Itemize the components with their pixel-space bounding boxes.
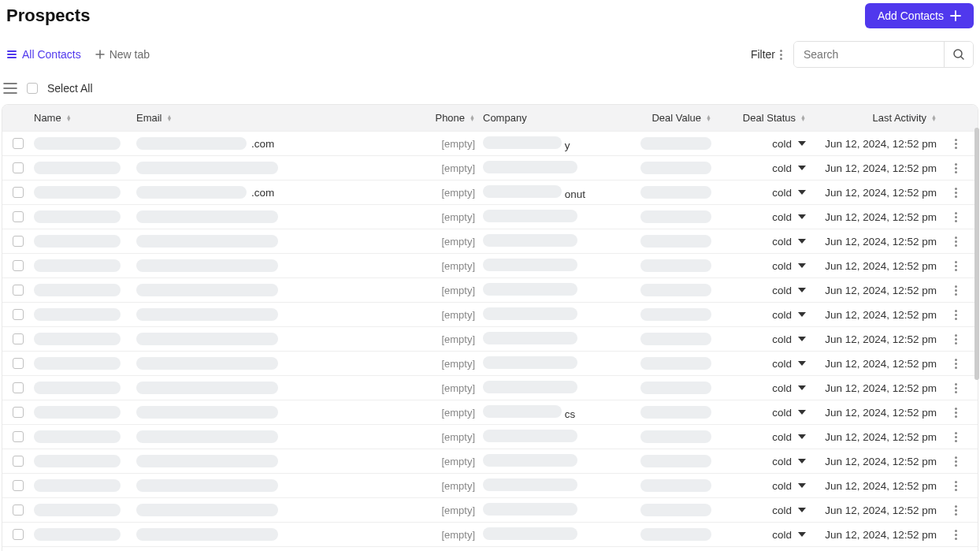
row-actions-button[interactable] (955, 481, 957, 491)
select-all-checkbox[interactable] (27, 83, 38, 94)
table-row[interactable]: [empty] cold Jun 12, 2024, 12:52 pm (2, 449, 978, 473)
row-actions-button[interactable] (955, 334, 957, 344)
caret-down-icon[interactable] (798, 337, 806, 341)
caret-down-icon[interactable] (798, 288, 806, 292)
caret-down-icon[interactable] (798, 434, 806, 439)
redacted-name (34, 382, 121, 394)
row-actions-button[interactable] (955, 359, 957, 369)
redacted-company (483, 503, 577, 516)
row-actions-button[interactable] (955, 212, 957, 222)
row-checkbox[interactable] (13, 358, 24, 369)
col-email-header[interactable]: Email ▲▼ (136, 112, 404, 124)
row-checkbox[interactable] (13, 431, 24, 442)
phone-empty: [empty] (441, 382, 475, 394)
deal-status-value: cold (772, 358, 792, 370)
tab-new[interactable]: New tab (95, 48, 150, 61)
last-activity-value: Jun 12, 2024, 12:52 pm (825, 236, 937, 248)
row-checkbox[interactable] (13, 504, 24, 516)
table-row[interactable]: [empty] cold Jun 12, 2024, 12:52 pm (2, 204, 978, 229)
row-checkbox[interactable] (13, 260, 24, 271)
row-actions-button[interactable] (955, 408, 957, 418)
hamburger-icon[interactable] (3, 83, 17, 94)
row-checkbox[interactable] (13, 333, 24, 344)
redacted-name (34, 406, 121, 419)
col-lastactivity-header[interactable]: Last Activity ▲▼ (806, 112, 940, 124)
add-contacts-button[interactable]: Add Contacts (865, 3, 974, 28)
row-checkbox[interactable] (13, 236, 24, 247)
deal-status-value: cold (772, 309, 792, 321)
row-checkbox[interactable] (13, 456, 24, 467)
last-activity-value: Jun 12, 2024, 12:52 pm (825, 211, 937, 223)
search-input[interactable] (794, 42, 944, 67)
redacted-email (136, 210, 278, 223)
row-actions-button[interactable] (955, 285, 957, 296)
redacted-dealvalue (640, 235, 711, 248)
table-row[interactable]: [empty] cold Jun 12, 2024, 12:52 pm (2, 375, 978, 400)
table-row[interactable]: .com [empty] y cold Jun 12, 2024, 12:52 … (2, 131, 978, 155)
col-company-header[interactable]: Company (475, 112, 625, 124)
row-actions-button[interactable] (955, 188, 957, 198)
row-checkbox[interactable] (13, 480, 24, 491)
caret-down-icon[interactable] (798, 214, 806, 219)
row-checkbox[interactable] (13, 187, 24, 198)
col-dealvalue-header[interactable]: Deal Value ▲▼ (625, 112, 711, 124)
table-row[interactable]: [empty] cold Jun 12, 2024, 12:52 pm (2, 351, 978, 375)
row-actions-button[interactable] (955, 261, 957, 271)
redacted-name (34, 162, 121, 174)
row-checkbox[interactable] (13, 407, 24, 418)
col-company-label: Company (483, 112, 527, 124)
table-row[interactable]: [empty] cold Jun 12, 2024, 12:52 pm (2, 424, 978, 449)
row-checkbox[interactable] (13, 529, 24, 540)
table-row[interactable]: [empty] cold Jun 12, 2024, 12:52 pm (2, 326, 978, 351)
caret-down-icon[interactable] (798, 483, 806, 488)
table-row[interactable]: [empty] cold Jun 12, 2024, 12:52 pm (2, 522, 978, 546)
col-name-header[interactable]: Name ▲▼ (34, 112, 136, 124)
row-checkbox[interactable] (13, 285, 24, 296)
caret-down-icon[interactable] (798, 312, 806, 317)
row-actions-button[interactable] (955, 383, 957, 393)
table-row[interactable]: [empty] cold Jun 12, 2024, 12:52 pm (2, 277, 978, 302)
row-checkbox[interactable] (13, 309, 24, 320)
row-actions-button[interactable] (955, 432, 957, 442)
row-checkbox[interactable] (13, 162, 24, 173)
caret-down-icon[interactable] (798, 385, 806, 390)
table-row[interactable]: [empty] cold Jun 12, 2024, 12:52 pm (2, 497, 978, 522)
caret-down-icon[interactable] (798, 190, 806, 195)
table-row[interactable]: [empty] cold Jun 12, 2024, 12:52 pm (2, 546, 978, 551)
row-actions-button[interactable] (955, 139, 957, 149)
table-row[interactable]: [empty] cs cold Jun 12, 2024, 12:52 pm (2, 400, 978, 424)
table-row[interactable]: [empty] cold Jun 12, 2024, 12:52 pm (2, 473, 978, 497)
caret-down-icon[interactable] (798, 459, 806, 464)
table-row[interactable]: [empty] cold Jun 12, 2024, 12:52 pm (2, 155, 978, 180)
row-actions-button[interactable] (955, 236, 957, 247)
row-actions-button[interactable] (955, 163, 957, 173)
caret-down-icon[interactable] (798, 508, 806, 512)
caret-down-icon[interactable] (798, 239, 806, 244)
caret-down-icon[interactable] (798, 410, 806, 415)
table-row[interactable]: [empty] cold Jun 12, 2024, 12:52 pm (2, 302, 978, 326)
row-actions-button[interactable] (955, 456, 957, 467)
tab-all-contacts[interactable]: All Contacts (6, 48, 81, 61)
row-actions-button[interactable] (955, 530, 957, 540)
table-row[interactable]: .com [empty] onut cold Jun 12, 2024, 12:… (2, 180, 978, 204)
table-header: Name ▲▼ Email ▲▼ Phone ▲▼ Company Deal V… (2, 105, 978, 131)
sort-icon: ▲▼ (167, 115, 173, 121)
table-row[interactable]: [empty] cold Jun 12, 2024, 12:52 pm (2, 229, 978, 253)
table-row[interactable]: [empty] cold Jun 12, 2024, 12:52 pm (2, 253, 978, 277)
caret-down-icon[interactable] (798, 263, 806, 268)
caret-down-icon[interactable] (798, 141, 806, 146)
row-checkbox[interactable] (13, 211, 24, 222)
row-actions-button[interactable] (955, 310, 957, 320)
row-checkbox[interactable] (13, 382, 24, 393)
filter-button[interactable]: Filter (751, 48, 782, 61)
scrollbar[interactable] (974, 128, 979, 380)
col-dealstatus-header[interactable]: Deal Status ▲▼ (711, 112, 806, 124)
phone-empty: [empty] (441, 260, 475, 272)
search-button[interactable] (944, 42, 973, 67)
caret-down-icon[interactable] (798, 166, 806, 170)
row-checkbox[interactable] (13, 138, 24, 149)
caret-down-icon[interactable] (798, 532, 806, 537)
col-phone-header[interactable]: Phone ▲▼ (404, 112, 475, 124)
caret-down-icon[interactable] (798, 361, 806, 366)
row-actions-button[interactable] (955, 505, 957, 516)
